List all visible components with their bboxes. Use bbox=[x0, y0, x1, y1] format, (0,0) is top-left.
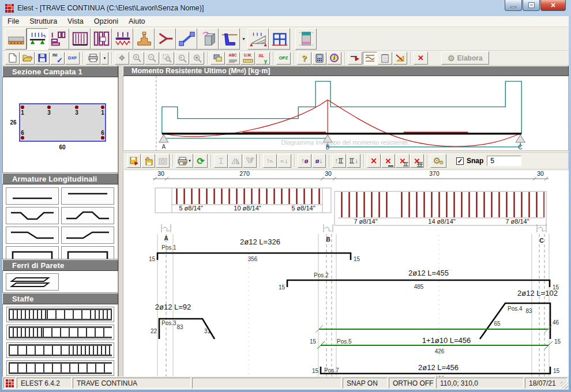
stirrup-labels-span1: 5 ø8/14" 10 ø8/14" 5 ø8/14" bbox=[179, 205, 315, 212]
ruler-icon bbox=[243, 59, 253, 63]
print-drawing-button[interactable]: ▼ bbox=[176, 154, 193, 168]
units-button[interactable]: U.M. bbox=[241, 52, 255, 65]
title-bar[interactable]: Elest - [TRAVE CONTINUA (C:\Elest\Lavori… bbox=[0, 0, 571, 16]
minimize-button[interactable] bbox=[505, 0, 522, 11]
rebar-pos4[interactable]: 2ø12 L=102 Pos.4 83 65 46 bbox=[480, 289, 559, 339]
connection-node-button[interactable] bbox=[155, 28, 176, 50]
remove-stirrup-zone-button[interactable]: ↓ bbox=[347, 154, 360, 168]
column-button[interactable] bbox=[197, 28, 219, 50]
envelope-diagram-button[interactable] bbox=[363, 52, 377, 65]
masonry-wall-button[interactable] bbox=[91, 28, 112, 50]
rebar-pos5-wall-bars[interactable]: 1+1ø10 L=456 Pos.5 426 15 15 bbox=[310, 325, 561, 355]
stirrup-layout-dense-sparse[interactable] bbox=[6, 325, 114, 340]
bar-shape-hooked-2[interactable] bbox=[61, 246, 114, 259]
rebar-pos2[interactable]: 2ø12 L=455 Pos.2 485 15 15 bbox=[279, 269, 559, 291]
calculator-button[interactable] bbox=[312, 52, 326, 65]
bar-shape-step-up[interactable] bbox=[61, 227, 114, 244]
floor-slab-button[interactable] bbox=[5, 28, 27, 50]
drawing-tools-button[interactable] bbox=[393, 52, 407, 65]
report-button[interactable] bbox=[378, 52, 392, 65]
structure-toolbar: ▼ bbox=[2, 27, 569, 51]
stirrup-pattern-icon bbox=[9, 362, 112, 374]
settings-gears-button[interactable]: ⚙⚙ bbox=[430, 154, 446, 168]
menu-opzioni[interactable]: Opzioni bbox=[89, 16, 123, 27]
zoom-window-button[interactable] bbox=[160, 52, 174, 65]
menu-vista[interactable]: Vista bbox=[62, 16, 89, 27]
refresh-button[interactable]: ⟳ bbox=[194, 154, 208, 168]
load-distribution-button[interactable] bbox=[112, 28, 133, 50]
increase-diameter-button[interactable]: ↑ø bbox=[298, 154, 311, 168]
envelope-diagram-icon bbox=[365, 54, 375, 62]
rebar-drawing-canvas[interactable]: 30 270 30 370 30 5 ø8/14" 10 bbox=[123, 171, 569, 376]
rebar-pos3[interactable]: 2ø12 L=92 Pos.3 83 22 31 bbox=[151, 303, 215, 339]
decrease-diameter-button[interactable]: ø↓ bbox=[312, 154, 326, 168]
delete-stirrups-button[interactable]: ✕ bbox=[396, 154, 410, 168]
print-button[interactable] bbox=[86, 52, 100, 65]
menu-file[interactable]: File bbox=[2, 16, 24, 27]
truss-button[interactable] bbox=[247, 28, 269, 50]
menu-aiuto[interactable]: Aiuto bbox=[123, 16, 151, 27]
section-cut-button[interactable]: ⌶ bbox=[214, 154, 228, 168]
mirror-horizontal-button[interactable] bbox=[228, 154, 242, 168]
delete-bars-button[interactable]: ✕ bbox=[381, 154, 395, 168]
save-drawing-button[interactable] bbox=[127, 154, 141, 168]
text-settings-button[interactable]: ABC bbox=[226, 52, 240, 65]
stirrup-layout-dense-sparse-dense[interactable] bbox=[6, 307, 114, 322]
snap-input[interactable] bbox=[487, 156, 521, 166]
zoom-out-button[interactable] bbox=[145, 52, 159, 65]
resize-grip[interactable] bbox=[561, 382, 568, 389]
elabora-button[interactable]: ⚙Elabora bbox=[441, 51, 489, 65]
foundation-button[interactable] bbox=[133, 28, 155, 50]
stirrup-layout-uniform[interactable] bbox=[6, 360, 114, 376]
menu-struttura[interactable]: Struttura bbox=[24, 16, 62, 27]
options-button[interactable]: OPZ bbox=[276, 52, 291, 65]
open-file-button[interactable] bbox=[20, 52, 35, 65]
snap-checkbox[interactable]: ✓ bbox=[456, 157, 464, 165]
save-button[interactable] bbox=[35, 52, 50, 65]
portal-frame-button[interactable] bbox=[269, 28, 290, 50]
limit-states-button[interactable]: SLγ bbox=[256, 52, 270, 65]
continuous-beam-button[interactable] bbox=[27, 28, 48, 50]
rebar-pos7[interactable]: 2ø12 L=456 Pos.7 426 15 15 bbox=[312, 363, 560, 376]
help-button[interactable]: ? bbox=[297, 52, 311, 65]
increase-bar-count-button[interactable]: ↑n. bbox=[263, 154, 277, 168]
delete-button[interactable]: ✕ bbox=[414, 52, 428, 65]
zoom-in-button[interactable] bbox=[130, 52, 144, 65]
restore-button[interactable] bbox=[523, 0, 540, 11]
bar-shape-bent-down[interactable] bbox=[6, 207, 59, 224]
new-file-button[interactable] bbox=[5, 52, 20, 65]
wall-bar-shape-button[interactable] bbox=[6, 273, 59, 291]
zoom-extents-button[interactable] bbox=[190, 52, 204, 65]
retaining-wall-button[interactable] bbox=[219, 28, 240, 50]
save-as-drawing-button[interactable] bbox=[141, 154, 155, 168]
bar-shape-hooked-1[interactable] bbox=[6, 246, 59, 259]
delete-all-button[interactable]: ✕ bbox=[410, 154, 424, 168]
export-drawing-button[interactable] bbox=[156, 154, 170, 168]
ini-settings-button[interactable]: INI✓ bbox=[50, 52, 65, 65]
deck-slab-button[interactable] bbox=[69, 28, 91, 50]
column-section-button[interactable] bbox=[295, 28, 317, 50]
retaining-wall-dropdown[interactable]: ▼ bbox=[240, 28, 247, 50]
add-stirrup-zone-button[interactable]: ↑ bbox=[332, 154, 346, 168]
bar-shape-step-down[interactable] bbox=[6, 227, 59, 244]
inclined-beam-button[interactable] bbox=[176, 28, 197, 50]
bar-shape-straight-bottom[interactable] bbox=[6, 187, 59, 205]
print-dropdown[interactable]: ▼ bbox=[101, 52, 108, 65]
bar-shape-bent-up[interactable] bbox=[61, 207, 114, 224]
dxf-export-button[interactable]: DXF bbox=[65, 52, 80, 65]
zoom-previous-button[interactable] bbox=[175, 52, 189, 65]
moment-arrow-button[interactable] bbox=[348, 52, 362, 65]
mirror-vertical-button[interactable] bbox=[243, 154, 257, 168]
frame-structure-button[interactable] bbox=[48, 28, 69, 50]
pan-button[interactable]: ✥ bbox=[115, 52, 129, 65]
info-button[interactable]: i bbox=[327, 52, 341, 65]
copy-settings-button[interactable] bbox=[211, 52, 225, 65]
bar-shape-straight-top[interactable] bbox=[61, 187, 114, 205]
moment-diagram-canvas[interactable]: A B C Diagramma inviluppo del momento re… bbox=[123, 76, 569, 151]
delete-bar-button[interactable]: ✕ bbox=[367, 154, 381, 168]
close-button[interactable]: ✕ bbox=[540, 0, 566, 11]
dropdown-icon: ▼ bbox=[103, 56, 107, 60]
stirrup-layout-sparse-dense[interactable] bbox=[6, 342, 114, 358]
decrease-bar-count-button[interactable]: n.↓ bbox=[277, 154, 291, 168]
load-distribution-icon bbox=[114, 30, 132, 47]
